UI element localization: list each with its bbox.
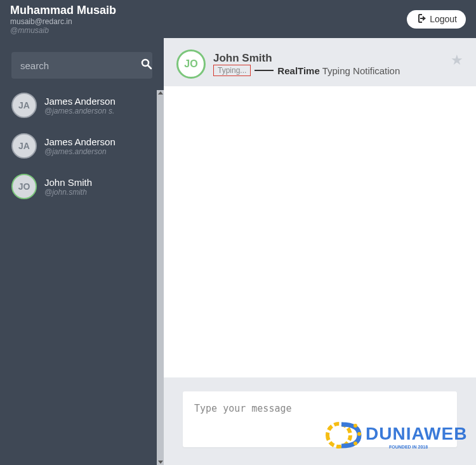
messages-panel[interactable] [164,86,476,377]
current-user-name: Muhammad Musaib [10,4,116,17]
contact-avatar: JA [11,93,37,118]
contacts-list[interactable]: JAJames Anderson@james.anderson s.JAJame… [0,85,164,459]
current-user-handle: @mmusaib [10,26,116,35]
contact-name: James Anderson [44,136,116,147]
contact-info: James Anderson@james.anderson s. [44,96,116,115]
chat-area: JO John Smith Typing... RealTime Typing … [164,38,476,465]
sidebar: JAJames Anderson@james.anderson s.JAJame… [0,38,164,465]
contact-handle: @james.anderson [44,147,116,156]
annotation-text: RealTime Typing Notification [277,65,400,76]
logout-label: Logout [430,14,457,24]
message-input[interactable] [194,403,446,414]
contact-handle: @john.smith [44,188,92,197]
contact-handle: @james.anderson s. [44,107,116,115]
svg-line-1 [148,65,151,69]
contact-item[interactable]: JOJohn Smith@john.smith [0,166,164,207]
logout-button[interactable]: Logout [407,10,466,29]
chat-header-text: John Smith Typing... RealTime Typing Not… [213,52,400,76]
star-icon[interactable]: ★ [451,52,463,69]
logout-icon [416,14,426,25]
scroll-up-icon[interactable] [158,91,163,95]
contact-item[interactable]: JAJames Anderson@james.anderson s. [0,85,164,126]
search-icon [141,58,152,72]
search-box[interactable] [11,52,152,79]
typing-row: Typing... RealTime Typing Notification [213,65,400,76]
annotation-connector [255,70,274,71]
sidebar-scrollbar[interactable] [157,90,164,465]
chat-contact-name: John Smith [213,52,400,65]
app-header: Muhammad Musaib musaib@redarc.in @mmusai… [0,0,476,38]
contact-info: James Anderson@james.anderson [44,136,116,156]
contact-info: John Smith@john.smith [44,177,92,197]
current-user-email: musaib@redarc.in [10,17,116,26]
contact-avatar: JA [11,133,37,159]
main-layout: JAJames Anderson@james.anderson s.JAJame… [0,38,476,465]
contact-item[interactable]: JAJames Anderson@james.anderson [0,126,164,166]
current-user-block: Muhammad Musaib musaib@redarc.in @mmusai… [10,4,116,35]
compose-area: DUNIAWEB FOUNDED IN 2018 [164,377,476,465]
typing-indicator: Typing... [213,65,251,76]
search-container [0,38,164,85]
compose-box[interactable] [183,391,457,447]
search-input[interactable] [20,60,141,71]
chat-header: JO John Smith Typing... RealTime Typing … [164,38,476,86]
contact-avatar: JO [11,174,37,199]
contact-name: James Anderson [44,96,116,107]
chat-avatar: JO [176,49,206,79]
scroll-down-icon[interactable] [158,461,163,464]
contact-name: John Smith [44,177,92,188]
